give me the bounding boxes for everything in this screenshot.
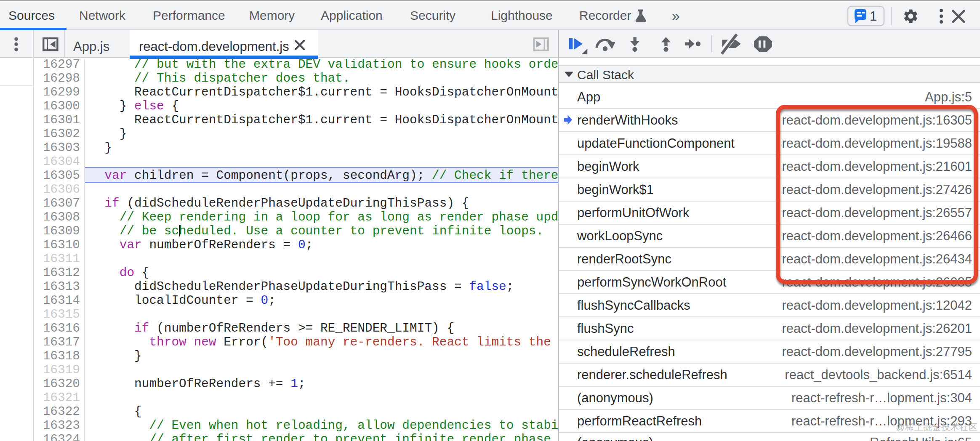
svg-text:1: 1 [870, 9, 877, 24]
